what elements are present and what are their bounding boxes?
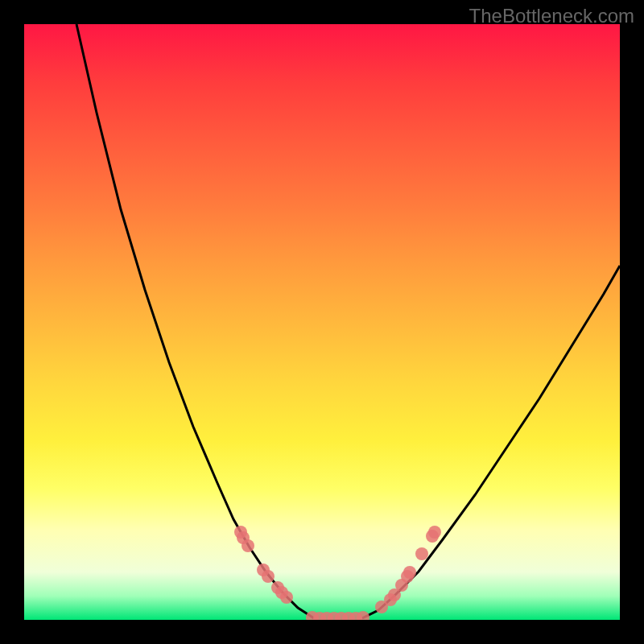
left-marker bbox=[262, 570, 275, 583]
bottom-marker bbox=[357, 611, 369, 620]
left-marker bbox=[280, 591, 293, 604]
bottleneck-curve-svg bbox=[24, 24, 620, 620]
markers-group bbox=[234, 526, 441, 620]
bottleneck-curve-left bbox=[76, 24, 314, 618]
chart-plot-area bbox=[24, 24, 620, 620]
right-marker bbox=[428, 526, 441, 539]
right-marker bbox=[403, 566, 416, 579]
left-marker bbox=[242, 539, 254, 552]
bottleneck-curve-right bbox=[362, 266, 620, 618]
right-marker bbox=[415, 547, 428, 560]
curve-group bbox=[76, 24, 620, 618]
